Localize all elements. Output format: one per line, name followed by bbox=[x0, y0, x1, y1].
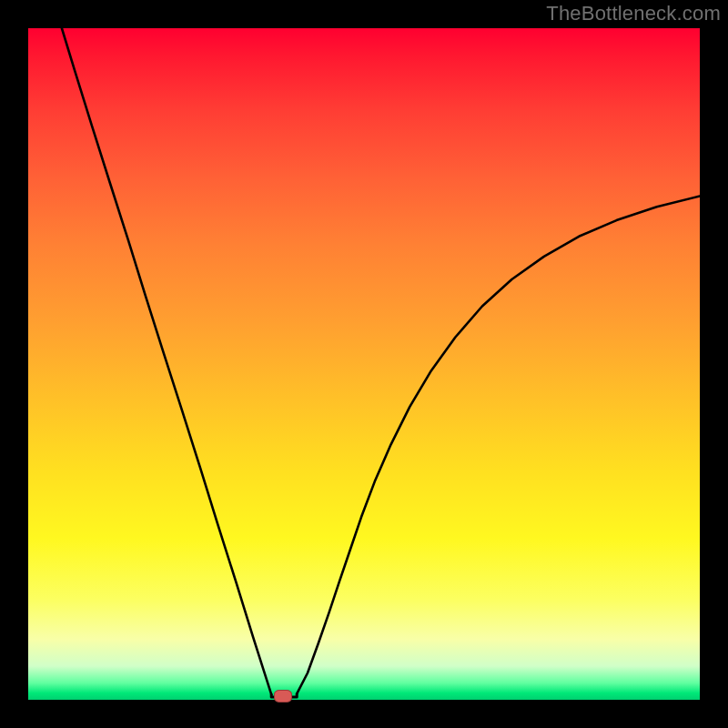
right-branch-path bbox=[297, 197, 700, 694]
chart-frame: TheBottleneck.com bbox=[0, 0, 728, 728]
left-branch-path bbox=[62, 28, 271, 694]
plot-area bbox=[28, 28, 700, 700]
watermark-text: TheBottleneck.com bbox=[546, 2, 721, 25]
optimum-marker bbox=[274, 690, 292, 703]
curve-svg bbox=[28, 28, 700, 700]
